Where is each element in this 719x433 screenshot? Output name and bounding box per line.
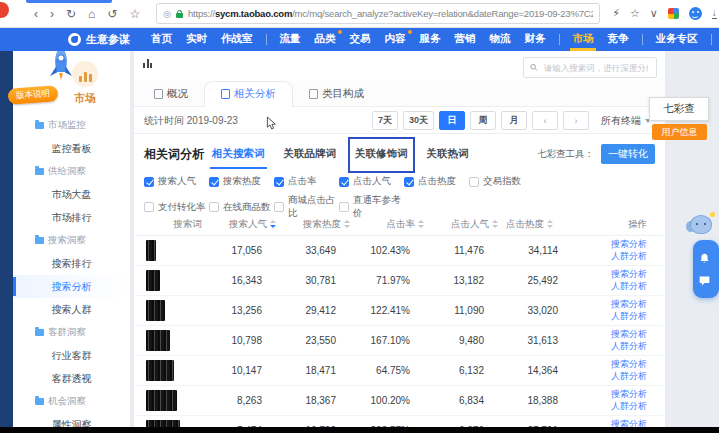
- sidebar-menu-item[interactable]: 搜索排行: [13, 252, 130, 275]
- crowd-analysis-link[interactable]: 人群分析: [611, 371, 647, 383]
- analysis-tab[interactable]: 类目构成: [293, 82, 380, 106]
- download-icon[interactable]: ↓: [712, 8, 717, 19]
- period-button[interactable]: 日: [439, 111, 465, 130]
- crowd-analysis-link[interactable]: 人群分析: [611, 401, 647, 413]
- crowd-analysis-link[interactable]: 人群分析: [611, 281, 647, 293]
- sidebar-menu-item[interactable]: 行业客群: [13, 344, 130, 367]
- table-column-header[interactable]: 点击热度: [506, 218, 561, 231]
- top-nav-item[interactable]: [559, 34, 560, 45]
- top-nav-item[interactable]: 首页: [144, 27, 179, 51]
- top-nav-item[interactable]: [266, 34, 267, 45]
- period-button[interactable]: 30天: [403, 111, 434, 130]
- table-column-header[interactable]: 搜索热度: [284, 218, 358, 231]
- crowd-analysis-link[interactable]: 人群分析: [611, 251, 647, 263]
- mini-chart-icon[interactable]: [143, 59, 152, 68]
- reload-icon[interactable]: ↻: [66, 8, 76, 20]
- metric-checkbox[interactable]: 搜索热度: [209, 175, 274, 188]
- top-nav-item[interactable]: 作战室: [214, 27, 260, 51]
- sidebar-menu-item[interactable]: 市场排行: [13, 206, 130, 229]
- top-nav-item[interactable]: [642, 34, 643, 45]
- collapsed-nav-rail[interactable]: [0, 51, 13, 427]
- user-info-button[interactable]: 用户信息: [652, 124, 707, 140]
- site-info-icon[interactable]: ◎: [163, 9, 171, 19]
- period-button[interactable]: ‹: [532, 111, 558, 130]
- sidebar-menu-item[interactable]: 搜索洞察: [13, 229, 130, 252]
- top-nav-item[interactable]: 营销: [448, 27, 483, 51]
- sidebar-menu-item[interactable]: 监控看板: [13, 137, 130, 160]
- forward-icon[interactable]: ›: [50, 8, 54, 20]
- period-button[interactable]: 周: [470, 111, 496, 130]
- search-analysis-link[interactable]: 搜索分析: [611, 299, 647, 311]
- qicai-popup[interactable]: 七彩查: [649, 97, 709, 121]
- crowd-analysis-link[interactable]: 人群分析: [611, 311, 647, 323]
- extensions-grid-icon[interactable]: [668, 8, 679, 19]
- top-nav-item[interactable]: 内容: [378, 27, 413, 51]
- table-column-header[interactable]: 搜索词: [136, 218, 210, 231]
- metric-checkbox[interactable]: 搜索人气: [144, 175, 209, 188]
- crowd-analysis-link[interactable]: 人群分析: [611, 341, 647, 353]
- profile-face-icon[interactable]: [689, 7, 702, 20]
- period-button[interactable]: 月: [501, 111, 527, 130]
- top-nav-item[interactable]: 竞争: [601, 27, 636, 51]
- mascot-elephant-icon[interactable]: [687, 212, 715, 238]
- table-column-header[interactable]: 搜索人气: [210, 218, 284, 231]
- analysis-tab[interactable]: 概况: [138, 82, 204, 106]
- sidebar-menu-item[interactable]: 属性洞察: [13, 413, 130, 427]
- sidebar-menu-item[interactable]: 市场监控: [13, 114, 130, 137]
- top-nav-item[interactable]: 品类: [308, 27, 343, 51]
- undo-icon[interactable]: ↺: [107, 8, 117, 20]
- top-nav-item[interactable]: 物流: [483, 27, 518, 51]
- terminal-dropdown[interactable]: 所有终端: [601, 114, 651, 128]
- search-analysis-link[interactable]: 搜索分析: [611, 239, 647, 251]
- brand[interactable]: 生意参谋: [68, 32, 130, 47]
- table-column-header[interactable]: 点击人气: [432, 218, 506, 231]
- home-icon[interactable]: ⌂: [88, 8, 95, 20]
- sidebar-menu-item[interactable]: 机会洞察: [13, 390, 130, 413]
- search-analysis-link[interactable]: 搜索分析: [611, 329, 647, 341]
- one-key-convert-button[interactable]: 一键转化: [601, 144, 655, 164]
- metric-checkbox[interactable]: 交易指数: [469, 175, 534, 188]
- word-type-tab[interactable]: 关联品牌词: [284, 147, 337, 161]
- bookmark-star-icon[interactable]: ☆: [129, 8, 140, 20]
- top-nav-item[interactable]: 交易: [343, 27, 378, 51]
- metric-checkbox[interactable]: 点击热度: [404, 175, 469, 188]
- sidebar-menu-item[interactable]: 搜索分析: [13, 275, 130, 298]
- sidebar-menu-item[interactable]: 市场大盘: [13, 183, 130, 206]
- period-button[interactable]: 7天: [372, 111, 398, 130]
- top-nav-item[interactable]: 业务专区: [649, 27, 705, 51]
- period-button[interactable]: ›: [563, 111, 589, 130]
- word-type-tab[interactable]: 关联修饰词: [355, 147, 408, 161]
- search-analysis-link[interactable]: 搜索分析: [611, 269, 647, 281]
- chat-icon[interactable]: [698, 274, 711, 287]
- service-widget[interactable]: [693, 240, 719, 298]
- metric-checkbox[interactable]: 点击人气: [339, 175, 404, 188]
- top-nav-item[interactable]: 财务: [518, 27, 553, 51]
- sidebar-menu-item[interactable]: 搜索人群: [13, 298, 130, 321]
- analysis-tab[interactable]: 相关分析: [204, 81, 293, 107]
- top-nav-item[interactable]: 实时: [179, 27, 214, 51]
- word-type-tab[interactable]: 相关搜索词: [212, 147, 265, 161]
- search-input[interactable]: [542, 62, 650, 74]
- keyword-search-box[interactable]: [523, 57, 657, 78]
- sidebar-menu-item[interactable]: 供给洞察: [13, 160, 130, 183]
- bell-icon[interactable]: [698, 252, 711, 265]
- back-icon[interactable]: ‹: [34, 8, 38, 20]
- search-analysis-link[interactable]: 搜索分析: [611, 359, 647, 371]
- word-type-tab[interactable]: 关联热词: [427, 147, 469, 161]
- flash-icon[interactable]: ⚡: [612, 8, 620, 19]
- star-icon[interactable]: ☆: [630, 8, 640, 19]
- sidebar-menu-item[interactable]: 客群洞察: [13, 321, 130, 344]
- metric-checkbox[interactable]: 点击率: [274, 175, 339, 188]
- top-nav-item[interactable]: 市场: [566, 27, 601, 51]
- dropdown-chevron-icon[interactable]: ∨: [650, 8, 658, 19]
- search-analysis-link[interactable]: 搜索分析: [611, 419, 647, 427]
- top-nav-item[interactable]: 流量: [273, 27, 308, 51]
- table-column-header[interactable]: 点击率: [358, 218, 432, 231]
- top-nav-item[interactable]: 服务: [413, 27, 448, 51]
- search-heat-cell: 18,367: [270, 395, 344, 406]
- search-analysis-link[interactable]: 搜索分析: [611, 389, 647, 401]
- sidebar-menu-item[interactable]: 客群透视: [13, 367, 130, 390]
- table-column-header[interactable]: 操作: [561, 218, 663, 231]
- address-bar[interactable]: ◎ https://sycm.taobao.com/mc/mq/search_a…: [156, 3, 600, 24]
- top-nav-item[interactable]: [711, 34, 712, 45]
